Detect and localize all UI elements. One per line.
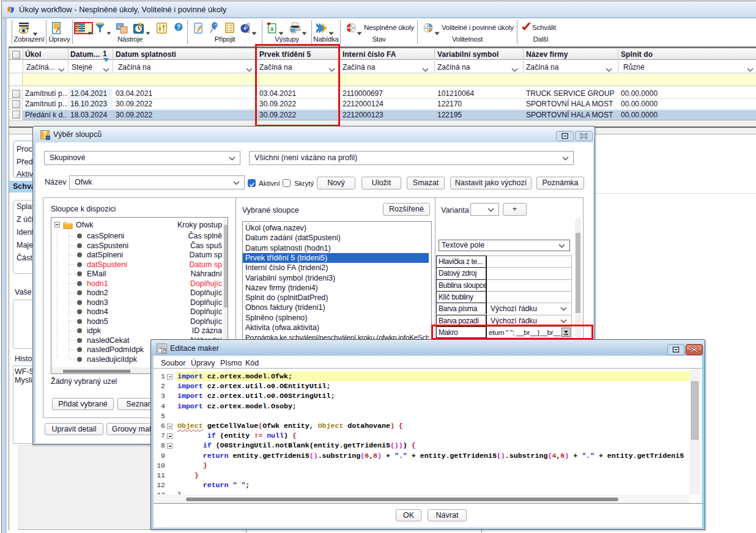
svg-text:x: x <box>270 25 274 32</box>
svg-text:?: ? <box>177 24 180 31</box>
